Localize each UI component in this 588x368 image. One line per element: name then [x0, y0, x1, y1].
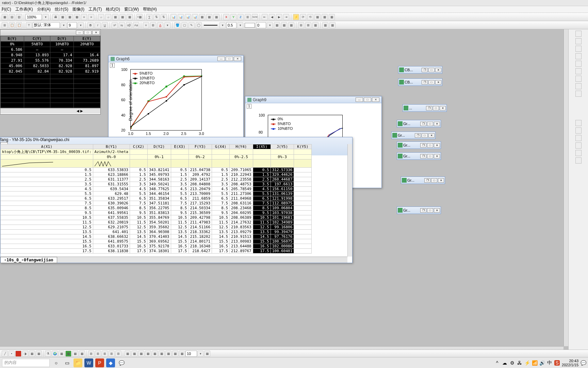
- restore-icon[interactable]: ❐: [420, 122, 426, 126]
- tool-btn[interactable]: ▢: [181, 22, 187, 28]
- tool-btn[interactable]: ⊞: [109, 351, 115, 357]
- minimized-window[interactable]: ...❐□✕: [403, 104, 447, 112]
- close-icon[interactable]: ✕: [438, 178, 444, 183]
- tool-btn[interactable]: ⌕: [98, 14, 104, 20]
- tray-icon[interactable]: 🖧: [517, 360, 522, 366]
- notifications-icon[interactable]: 💬: [581, 360, 586, 366]
- tool-btn[interactable]: ▦: [65, 351, 71, 357]
- tool-btn[interactable]: ▦: [145, 351, 151, 357]
- align-btn[interactable]: ≡: [143, 22, 149, 28]
- maximize-icon[interactable]: □: [422, 133, 428, 138]
- close-icon[interactable]: ✕: [434, 122, 440, 126]
- tool-btn[interactable]: ▦: [199, 14, 205, 20]
- fill-btn[interactable]: 🪣: [174, 22, 180, 28]
- tool-btn[interactable]: ▥: [16, 14, 22, 20]
- tool-btn[interactable]: ▦: [159, 351, 165, 357]
- window-titlebar[interactable]: — □ ✕: [0, 30, 100, 36]
- tool-btn[interactable]: ▦: [152, 351, 158, 357]
- maximize-icon[interactable]: □: [428, 68, 435, 72]
- explorer-icon[interactable]: 📁: [74, 358, 82, 367]
- tool-btn[interactable]: ▦: [213, 14, 219, 20]
- nav-prev-icon[interactable]: ◀: [269, 14, 275, 20]
- tool-btn[interactable]: ≡: [81, 14, 87, 20]
- number-input[interactable]: [256, 22, 266, 28]
- maximize-icon[interactable]: □: [433, 106, 439, 110]
- minimized-window[interactable]: Gr...❐□✕: [397, 152, 441, 160]
- tool-btn[interactable]: [575, 142, 582, 149]
- y-icon[interactable]: Y: [230, 14, 236, 20]
- tool-btn[interactable]: ▦: [72, 351, 78, 357]
- tool-btn[interactable]: 📊: [185, 14, 191, 20]
- tool-btn[interactable]: ▦: [281, 22, 287, 28]
- tray-icon[interactable]: ☁: [502, 360, 507, 366]
- volume-icon[interactable]: 🔊: [539, 360, 545, 366]
- tool-btn[interactable]: ▦: [172, 351, 178, 357]
- restore-icon[interactable]: ❐: [422, 80, 428, 85]
- x-icon[interactable]: X: [223, 14, 229, 20]
- tool-btn[interactable]: [575, 157, 582, 164]
- workbook-scroll[interactable]: A(X1)B(Y1)C(X2)D(Y2)E(X3)F(Y3)G(X4)H(Y4)…: [0, 144, 347, 257]
- menu-item[interactable]: 列(C): [1, 6, 11, 12]
- maximize-icon[interactable]: □: [364, 97, 371, 102]
- color-swatch[interactable]: [245, 23, 255, 28]
- ppt-icon[interactable]: P: [95, 358, 104, 367]
- tray-chevron-icon[interactable]: ^: [494, 360, 500, 366]
- maximize-icon[interactable]: □: [428, 80, 435, 85]
- tool-btn[interactable]: ⊞: [115, 351, 121, 357]
- menu-item[interactable]: 工作表(K): [15, 6, 33, 12]
- zoom-input[interactable]: [26, 14, 42, 20]
- tool-btn[interactable]: [575, 91, 582, 97]
- tool-btn[interactable]: ▦: [74, 14, 80, 20]
- tool-btn[interactable]: ▦: [60, 14, 66, 20]
- close-icon[interactable]: ✕: [434, 154, 440, 158]
- cortana-icon[interactable]: ○: [52, 358, 61, 367]
- z-icon[interactable]: Z: [238, 14, 244, 20]
- menu-item[interactable]: 格式(O): [106, 6, 120, 12]
- workspace-vscroll[interactable]: [564, 29, 568, 346]
- menu-item[interactable]: 工具(T): [88, 6, 102, 12]
- dropdown-icon[interactable]: ▾: [267, 22, 273, 28]
- menu-item[interactable]: 统计(S): [55, 6, 68, 12]
- taskbar-clock[interactable]: 20:43 2022/1/15: [562, 359, 578, 367]
- maximize-icon[interactable]: □: [427, 154, 433, 158]
- minimized-window[interactable]: Gr...❐□✕: [397, 120, 441, 127]
- tool-btn[interactable]: ⊞: [102, 351, 108, 357]
- dropdown-icon[interactable]: ▾: [78, 22, 84, 28]
- font-icon[interactable]: T: [26, 22, 32, 28]
- tool-btn[interactable]: [575, 31, 582, 37]
- minimize-icon[interactable]: —: [76, 30, 83, 35]
- tool-btn[interactable]: Aa: [133, 22, 139, 28]
- maximize-icon[interactable]: □: [427, 208, 433, 213]
- tool-btn[interactable]: ✎: [189, 22, 195, 28]
- font-color-btn[interactable]: A: [157, 22, 163, 28]
- tray-icon[interactable]: ⚡: [524, 360, 530, 366]
- plot-area[interactable]: 100 80 60 40 20 1.0 1.5 2.0 2.5 3.0: [130, 69, 202, 131]
- tool-btn[interactable]: ╱: [2, 351, 8, 357]
- close-icon[interactable]: ✕: [434, 143, 440, 148]
- tool-btn[interactable]: ▦: [312, 22, 318, 28]
- tool-btn[interactable]: 📊: [192, 14, 198, 20]
- line-width-input[interactable]: [226, 22, 236, 28]
- font-family-input[interactable]: [33, 22, 60, 28]
- maximize-icon[interactable]: □: [226, 57, 233, 61]
- dropdown-icon[interactable]: ▾: [219, 22, 226, 28]
- restore-icon[interactable]: ❐: [420, 154, 426, 158]
- tool-btn[interactable]: ▦: [322, 22, 328, 28]
- tool-btn[interactable]: ⊞: [298, 22, 304, 28]
- minimized-window[interactable]: Gr...❐□✕: [391, 132, 436, 139]
- close-icon[interactable]: ✕: [435, 80, 441, 85]
- bold-btn[interactable]: B: [87, 22, 94, 28]
- maximize-icon[interactable]: □: [84, 30, 92, 35]
- tool-btn[interactable]: ▦: [131, 351, 137, 357]
- ime-icon[interactable]: 中: [547, 360, 552, 366]
- close-icon[interactable]: ✕: [434, 208, 440, 213]
- dropdown-icon[interactable]: ▾: [197, 351, 203, 357]
- tool-btn[interactable]: ▦: [79, 351, 85, 357]
- maximize-icon[interactable]: □: [427, 122, 433, 126]
- tool-btn[interactable]: ⚡: [293, 14, 299, 20]
- tool-btn[interactable]: ⊠: [305, 22, 311, 28]
- tool-btn[interactable]: ◑: [22, 351, 28, 357]
- tool-btn[interactable]: [575, 135, 582, 141]
- tool-btn[interactable]: [575, 76, 582, 82]
- border-btn[interactable]: ⊞: [150, 22, 156, 28]
